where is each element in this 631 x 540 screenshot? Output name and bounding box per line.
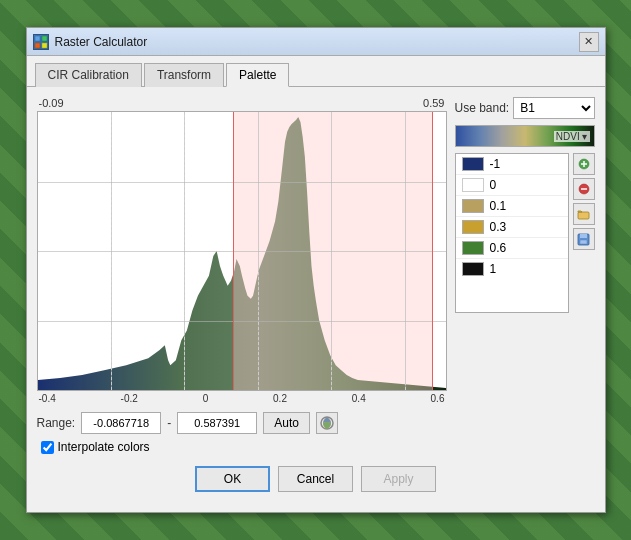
bottom-buttons: OK Cancel Apply	[37, 466, 595, 502]
palette-color-0	[462, 157, 484, 171]
tab-cir-calibration[interactable]: CIR Calibration	[35, 63, 142, 87]
interpolate-row: Interpolate colors	[41, 440, 150, 454]
load-palette-button[interactable]	[573, 203, 595, 225]
save-palette-button[interactable]	[573, 228, 595, 250]
palette-value-0: -1	[490, 157, 501, 171]
palette-item-2[interactable]: 0.1	[456, 196, 568, 217]
chart-label-right: 0.59	[423, 97, 444, 109]
x-label-5: 0.6	[431, 393, 445, 404]
palette-dropdown-arrow: NDVI ▾	[554, 131, 590, 142]
tab-transform[interactable]: Transform	[144, 63, 224, 87]
palette-color-4	[462, 241, 484, 255]
palette-value-4: 0.6	[490, 241, 507, 255]
palette-value-2: 0.1	[490, 199, 507, 213]
palette-with-buttons: -1 0 0.1 0.3	[455, 153, 595, 313]
tab-bar: CIR Calibration Transform Palette	[27, 56, 605, 87]
svg-rect-2	[35, 43, 40, 48]
side-buttons	[573, 153, 595, 313]
main-area: -0.09 0.59	[37, 97, 595, 454]
svg-rect-0	[35, 36, 40, 41]
right-panel: Use band: B1 B2 B3 NDVI ▾	[455, 97, 595, 454]
svg-rect-14	[580, 240, 587, 244]
x-label-4: 0.4	[352, 393, 366, 404]
use-band-select[interactable]: B1 B2 B3	[513, 97, 594, 119]
chart-x-labels: -0.4 -0.2 0 0.2 0.4 0.6	[37, 391, 447, 404]
palette-item-4[interactable]: 0.6	[456, 238, 568, 259]
x-label-2: 0	[203, 393, 209, 404]
palette-value-5: 1	[490, 262, 497, 276]
interpolate-label: Interpolate colors	[58, 440, 150, 454]
interpolate-checkbox[interactable]	[41, 441, 54, 454]
palette-content: -0.09 0.59	[27, 87, 605, 512]
x-label-3: 0.2	[273, 393, 287, 404]
range-label: Range:	[37, 416, 76, 430]
chart-top-labels: -0.09 0.59	[37, 97, 447, 109]
palette-item-0[interactable]: -1	[456, 154, 568, 175]
chart-box[interactable]	[37, 111, 447, 391]
title-bar: Raster Calculator ✕	[27, 28, 605, 56]
apply-button[interactable]: Apply	[361, 466, 436, 492]
auto-button[interactable]: Auto	[263, 412, 310, 434]
svg-rect-13	[580, 234, 587, 238]
range-marker-left	[233, 112, 234, 390]
remove-color-button[interactable]	[573, 178, 595, 200]
palette-value-1: 0	[490, 178, 497, 192]
svg-rect-1	[42, 36, 47, 41]
palette-color-1	[462, 178, 484, 192]
chart-label-left: -0.09	[39, 97, 64, 109]
palette-color-2	[462, 199, 484, 213]
grid-h-1	[38, 182, 446, 183]
palette-color-3	[462, 220, 484, 234]
window-title: Raster Calculator	[55, 35, 148, 49]
palette-list: -1 0 0.1 0.3	[455, 153, 569, 313]
palette-value-3: 0.3	[490, 220, 507, 234]
use-band-label: Use band:	[455, 101, 510, 115]
palette-item-1[interactable]: 0	[456, 175, 568, 196]
palette-item-3[interactable]: 0.3	[456, 217, 568, 238]
chart-container: -0.09 0.59	[37, 97, 447, 454]
raster-calculator-window: Raster Calculator ✕ CIR Calibration Tran…	[26, 27, 606, 513]
color-picker-icon[interactable]	[316, 412, 338, 434]
palette-item-5[interactable]: 1	[456, 259, 568, 279]
grid-h-3	[38, 321, 446, 322]
x-label-0: -0.4	[39, 393, 56, 404]
cancel-button[interactable]: Cancel	[278, 466, 353, 492]
use-band-row: Use band: B1 B2 B3	[455, 97, 595, 119]
title-bar-left: Raster Calculator	[33, 34, 148, 50]
x-label-1: -0.2	[121, 393, 138, 404]
add-color-button[interactable]	[573, 153, 595, 175]
range-dash: -	[167, 416, 171, 430]
palette-selector-row: NDVI ▾	[455, 125, 595, 147]
grid-h-2	[38, 251, 446, 252]
svg-rect-3	[42, 43, 47, 48]
tab-palette[interactable]: Palette	[226, 63, 289, 87]
range-marker-right	[432, 112, 433, 390]
close-button[interactable]: ✕	[579, 32, 599, 52]
ok-button[interactable]: OK	[195, 466, 270, 492]
color-ramp[interactable]: NDVI ▾	[455, 125, 595, 147]
range-min-input[interactable]	[81, 412, 161, 434]
svg-rect-11	[578, 212, 589, 219]
range-max-input[interactable]	[177, 412, 257, 434]
app-icon	[33, 34, 49, 50]
palette-color-5	[462, 262, 484, 276]
range-row: Range: - Auto	[37, 412, 447, 454]
